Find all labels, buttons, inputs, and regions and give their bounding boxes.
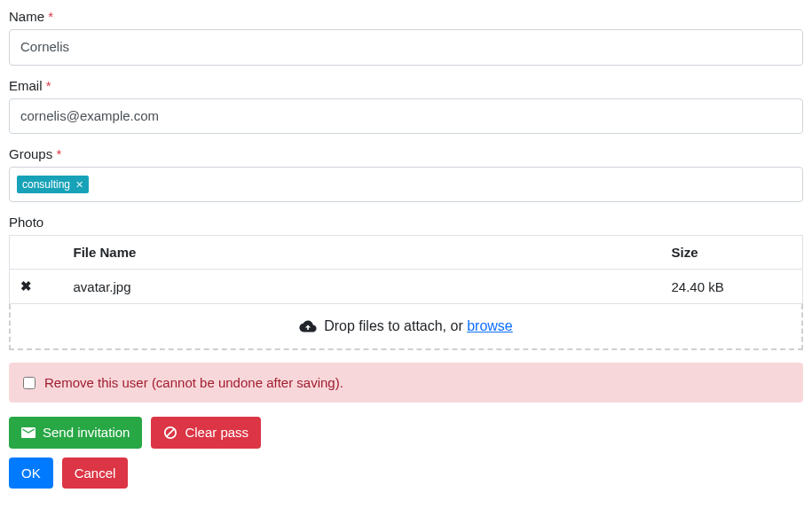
- email-group: Email *: [9, 78, 803, 135]
- dropzone-text: Drop files to attach, or browse: [324, 318, 513, 334]
- dropzone[interactable]: Drop files to attach, or browse: [9, 304, 803, 350]
- ban-icon: [163, 426, 177, 439]
- remove-user-alert: Remove this user (cannot be undone after…: [9, 363, 803, 403]
- table-row: ✖ avatar.jpg 24.40 kB: [10, 270, 803, 304]
- photo-label: Photo: [9, 215, 803, 230]
- groups-input[interactable]: consulting ✕: [9, 167, 803, 202]
- group-tag: consulting ✕: [17, 176, 89, 193]
- groups-label: Groups *: [9, 146, 803, 161]
- cancel-button[interactable]: Cancel: [62, 458, 129, 489]
- photo-label-text: Photo: [9, 215, 43, 230]
- send-invitation-label: Send invitation: [43, 424, 130, 442]
- ok-label: OK: [21, 465, 41, 482]
- file-table: File Name Size ✖ avatar.jpg 24.40 kB: [9, 235, 803, 304]
- groups-label-text: Groups: [9, 146, 52, 161]
- name-label-text: Name: [9, 9, 44, 24]
- browse-link[interactable]: browse: [467, 318, 513, 333]
- photo-group: Photo File Name Size ✖ avatar.jpg 24.40 …: [9, 215, 803, 350]
- email-input[interactable]: [9, 98, 803, 135]
- cancel-label: Cancel: [75, 465, 116, 482]
- envelope-icon: [21, 426, 35, 439]
- clear-pass-label: Clear pass: [185, 424, 248, 442]
- groups-group: Groups * consulting ✕: [9, 146, 803, 202]
- send-invitation-button[interactable]: Send invitation: [9, 417, 142, 449]
- ok-button[interactable]: OK: [9, 458, 53, 489]
- required-marker: *: [46, 78, 51, 93]
- remove-file-icon[interactable]: ✖: [20, 278, 32, 293]
- dropzone-prefix: Drop files to attach, or: [324, 318, 467, 333]
- required-marker: *: [56, 146, 61, 161]
- name-input[interactable]: [9, 29, 803, 66]
- email-label: Email *: [9, 78, 803, 93]
- file-header-blank: [10, 236, 63, 270]
- remove-user-label[interactable]: Remove this user (cannot be undone after…: [44, 375, 343, 390]
- required-marker: *: [48, 9, 53, 24]
- file-header-filename: File Name: [63, 236, 661, 270]
- file-header-size: Size: [661, 236, 803, 270]
- group-tag-label: consulting: [22, 178, 70, 191]
- clear-pass-button[interactable]: Clear pass: [151, 417, 261, 449]
- name-group: Name *: [9, 9, 803, 66]
- close-icon[interactable]: ✕: [75, 179, 83, 191]
- action-row-1: Send invitation Clear pass: [9, 417, 803, 449]
- email-label-text: Email: [9, 78, 43, 93]
- file-size-cell: 24.40 kB: [661, 270, 803, 304]
- file-name-cell: avatar.jpg: [63, 270, 661, 304]
- name-label: Name *: [9, 9, 803, 24]
- cloud-upload-icon: [299, 319, 317, 333]
- action-row-2: OK Cancel: [9, 458, 803, 489]
- remove-user-checkbox[interactable]: [23, 377, 35, 389]
